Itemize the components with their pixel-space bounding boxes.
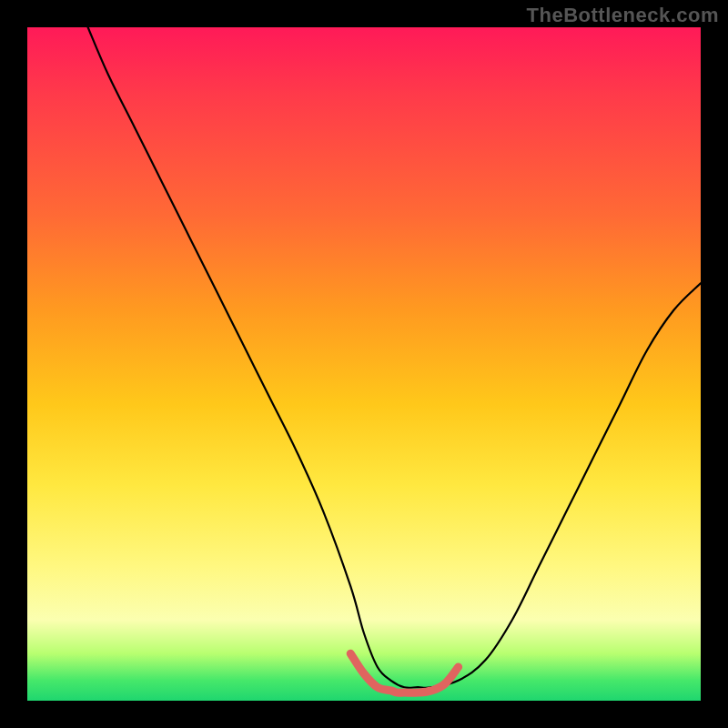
plot-area	[27, 27, 701, 701]
chart-stage: TheBottleneck.com	[0, 0, 728, 728]
watermark-text: TheBottleneck.com	[527, 4, 719, 27]
curves-svg	[27, 27, 701, 701]
bottleneck-curve-path	[88, 27, 701, 688]
